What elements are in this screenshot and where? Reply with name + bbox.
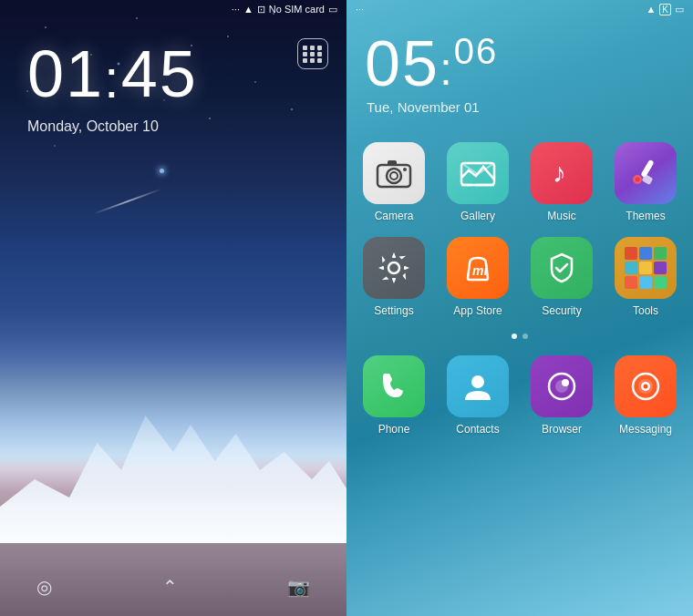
- messaging-icon: [615, 355, 677, 417]
- lock-battery-icon: ▭: [328, 4, 337, 15]
- lock-date: Monday, October 10: [27, 118, 159, 135]
- browser-svg: [544, 369, 579, 404]
- page-dot-1: [512, 334, 517, 339]
- messaging-svg: [628, 369, 663, 404]
- security-label: Security: [542, 304, 581, 317]
- lock-bottom-left-icon[interactable]: ◎: [36, 576, 52, 598]
- tools-cell: [639, 262, 652, 274]
- settings-svg: [377, 251, 411, 285]
- app-settings[interactable]: Settings: [357, 237, 430, 317]
- svg-point-1: [387, 169, 401, 183]
- tools-cell: [625, 276, 637, 289]
- gallery-icon: [447, 142, 509, 204]
- svg-marker-17: [405, 266, 409, 270]
- home-status-bar: ··· ▲ K ▭: [346, 0, 693, 18]
- svg-rect-9: [640, 159, 654, 178]
- app-gallery[interactable]: Gallery: [441, 142, 514, 222]
- svg-marker-16: [378, 266, 383, 270]
- home-wifi-icon: ▲: [646, 4, 656, 15]
- tools-label: Tools: [633, 304, 658, 317]
- app-messaging[interactable]: Messaging: [609, 355, 682, 436]
- home-screen: ··· ▲ K ▭ 05:06 Tue, November 01: [346, 0, 693, 616]
- app-grid-row1: Camera Gallery ♪ Music: [346, 115, 693, 326]
- svg-point-23: [471, 375, 484, 388]
- app-contacts[interactable]: Contacts: [441, 355, 514, 436]
- tools-cell: [654, 276, 667, 289]
- svg-marker-20: [382, 277, 389, 281]
- grid-button[interactable]: [297, 38, 328, 69]
- grid-dot: [310, 58, 315, 63]
- lock-camera-icon[interactable]: 📷: [287, 576, 310, 598]
- music-label: Music: [547, 210, 575, 222]
- appstore-label: App Store: [453, 304, 502, 317]
- svg-marker-14: [392, 252, 396, 257]
- svg-rect-3: [388, 160, 397, 166]
- svg-marker-15: [392, 279, 396, 283]
- appstore-svg: mi: [460, 251, 495, 285]
- phone-svg: [378, 370, 410, 403]
- themes-icon: [615, 142, 677, 204]
- contacts-label: Contacts: [456, 423, 499, 436]
- home-time-minute: 06: [454, 31, 499, 71]
- svg-marker-19: [403, 273, 407, 281]
- svg-text:mi: mi: [472, 263, 488, 278]
- browser-label: Browser: [542, 423, 582, 436]
- lock-time: 01:45: [27, 36, 198, 111]
- lock-time-hour: 01: [27, 37, 104, 110]
- home-time-hour: 05: [365, 28, 440, 99]
- camera-icon: [363, 142, 425, 204]
- app-music[interactable]: ♪ Music: [525, 142, 598, 222]
- phone-icon: [363, 355, 425, 417]
- page-dots: [346, 326, 693, 346]
- contacts-svg: [460, 369, 495, 404]
- app-browser[interactable]: Browser: [525, 355, 598, 436]
- phone-label: Phone: [378, 423, 410, 436]
- grid-dot: [310, 52, 315, 56]
- app-tools[interactable]: Tools: [609, 237, 682, 317]
- lock-home-indicator[interactable]: ⌃: [162, 576, 178, 598]
- home-battery-icon: ▭: [675, 4, 684, 15]
- tools-cell: [654, 262, 667, 274]
- svg-point-13: [388, 262, 399, 273]
- page-dot-2: [522, 334, 528, 339]
- app-phone[interactable]: Phone: [357, 355, 430, 436]
- lock-signal-icon: ···: [232, 4, 240, 15]
- tools-grid-icon: [625, 247, 667, 289]
- themes-label: Themes: [626, 210, 665, 222]
- gallery-svg: [460, 158, 496, 189]
- svg-text:♪: ♪: [553, 158, 566, 188]
- security-svg: [544, 251, 579, 285]
- grid-dot: [303, 52, 307, 56]
- app-camera[interactable]: Camera: [357, 142, 430, 222]
- lock-status-bar: ··· ▲ ⊡ No SIM card ▭: [0, 0, 346, 18]
- tools-cell: [639, 276, 652, 289]
- lock-sim-icon: ⊡: [257, 4, 265, 15]
- camera-svg: [375, 158, 413, 189]
- contacts-icon: [447, 355, 509, 417]
- grid-dot: [317, 52, 322, 56]
- home-status-left: ···: [356, 4, 364, 15]
- lock-wifi-icon: ▲: [243, 4, 253, 15]
- grid-dot: [317, 46, 322, 50]
- svg-point-26: [562, 379, 569, 386]
- home-status-right: ▲ K ▭: [646, 4, 684, 15]
- music-icon: ♪: [531, 142, 593, 204]
- lock-screen: ··· ▲ ⊡ No SIM card ▭ 01:45 Monday, Octo…: [0, 0, 346, 616]
- messaging-label: Messaging: [619, 423, 672, 436]
- app-security[interactable]: Security: [525, 237, 598, 317]
- home-time: 05:06: [365, 32, 675, 96]
- bright-star: [160, 169, 164, 173]
- camera-label: Camera: [375, 210, 414, 222]
- app-themes[interactable]: Themes: [609, 142, 682, 222]
- svg-point-12: [636, 178, 640, 182]
- tools-cell: [625, 247, 637, 260]
- svg-point-4: [403, 168, 407, 171]
- lock-time-minute: 45: [121, 37, 198, 110]
- home-colon: :: [440, 44, 454, 95]
- app-appstore[interactable]: mi App Store: [441, 237, 514, 317]
- app-grid-row3: Phone Contacts Browser: [346, 346, 693, 445]
- svg-point-30: [644, 385, 648, 389]
- tools-cell: [625, 262, 637, 274]
- svg-point-2: [390, 172, 398, 180]
- settings-label: Settings: [374, 304, 413, 317]
